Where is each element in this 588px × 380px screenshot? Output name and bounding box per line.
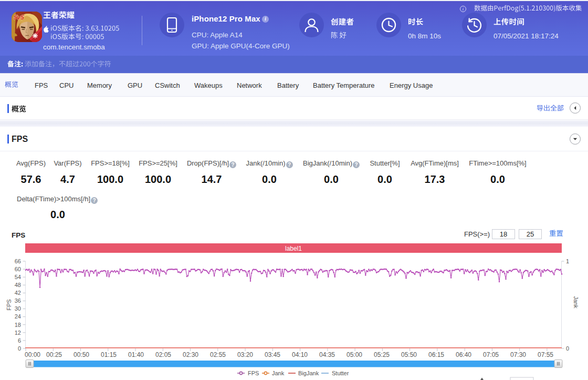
svg-text:00:50: 00:50 [74, 351, 89, 358]
svg-text:36: 36 [15, 297, 21, 304]
svg-text:07:05: 07:05 [483, 351, 499, 358]
svg-text:60: 60 [15, 266, 21, 272]
svg-text:label1: label1 [285, 245, 302, 252]
svg-text:01:40: 01:40 [128, 351, 144, 358]
svg-text:18: 18 [15, 322, 21, 328]
svg-text:24: 24 [15, 313, 21, 320]
svg-text:00:00: 00:00 [25, 351, 40, 358]
svg-text:1: 1 [566, 258, 569, 264]
svg-text:03:20: 03:20 [237, 351, 253, 358]
svg-text:04:35: 04:35 [319, 351, 335, 358]
svg-text:03:45: 03:45 [265, 351, 280, 358]
svg-text:FPS: FPS [248, 370, 259, 376]
svg-text:6: 6 [18, 337, 21, 344]
svg-text:30: 30 [15, 305, 21, 312]
svg-text:05:50: 05:50 [401, 351, 417, 358]
svg-text:Jank: Jank [573, 296, 579, 309]
svg-text:66: 66 [15, 258, 21, 264]
svg-text:02:55: 02:55 [210, 351, 226, 358]
svg-text:48: 48 [15, 282, 21, 288]
svg-text:00:25: 00:25 [46, 351, 62, 358]
svg-text:07:55: 07:55 [538, 351, 553, 358]
svg-text:FPS: FPS [6, 299, 12, 310]
svg-text:42: 42 [15, 290, 21, 296]
svg-text:Stutter: Stutter [332, 370, 349, 376]
svg-text:Jank: Jank [272, 370, 285, 376]
svg-text:07:30: 07:30 [510, 351, 526, 358]
svg-text:0: 0 [18, 345, 21, 352]
svg-text:12: 12 [15, 330, 21, 336]
svg-text:54: 54 [15, 274, 21, 280]
svg-text:02:05: 02:05 [155, 351, 171, 358]
svg-text:05:00: 05:00 [346, 351, 362, 358]
svg-text:01:15: 01:15 [101, 351, 117, 358]
svg-text:04:10: 04:10 [292, 351, 308, 358]
svg-text:06:40: 06:40 [456, 351, 471, 358]
svg-text:02:30: 02:30 [183, 351, 198, 358]
svg-text:05:25: 05:25 [374, 351, 390, 358]
svg-text:BigJank: BigJank [298, 370, 319, 376]
svg-text:06:15: 06:15 [428, 351, 444, 358]
svg-text:0: 0 [566, 345, 569, 352]
